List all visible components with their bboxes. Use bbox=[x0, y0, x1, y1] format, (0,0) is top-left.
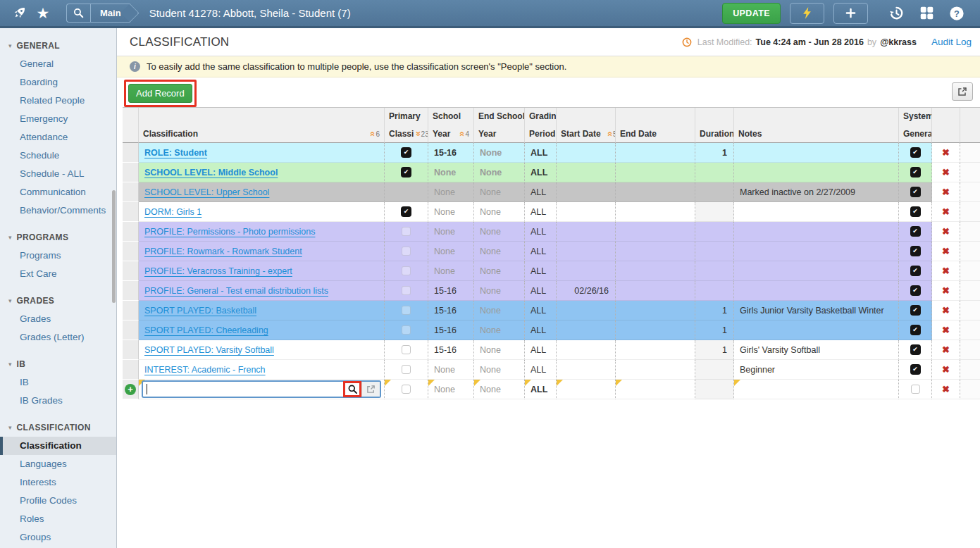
delete-record-button[interactable]: ✖ bbox=[942, 246, 950, 256]
sidebar-section-header-programs[interactable]: ▾PROGRAMS bbox=[0, 228, 116, 247]
classification-link[interactable]: SPORT PLAYED: Cheerleading bbox=[144, 325, 268, 335]
checkbox-unchecked[interactable] bbox=[402, 365, 411, 374]
column-header-classification[interactable]: Classification«6 bbox=[139, 108, 385, 143]
classification-link[interactable]: SPORT PLAYED: Basketball bbox=[144, 306, 256, 316]
classification-link[interactable]: PROFILE: Rowmark - Rowmark Student bbox=[144, 247, 302, 256]
column-header-school_year[interactable]: SchoolYear«4 bbox=[428, 108, 474, 143]
delete-record-button[interactable]: ✖ bbox=[942, 305, 950, 316]
delete-record-button[interactable]: ✖ bbox=[942, 206, 950, 217]
sidebar-section-header-classification[interactable]: ▾CLASSIFICATION bbox=[0, 418, 116, 437]
checkbox-checked[interactable]: ✔ bbox=[910, 206, 921, 217]
search-record-button[interactable] bbox=[347, 384, 358, 394]
sidebar-item-grades[interactable]: Grades bbox=[0, 310, 116, 328]
sidebar-item-ib-grades[interactable]: IB Grades bbox=[0, 392, 116, 410]
checkbox-unchecked[interactable] bbox=[402, 325, 411, 335]
sidebar-item-grades-letter-[interactable]: Grades (Letter) bbox=[0, 328, 116, 347]
checkbox-checked[interactable]: ✔ bbox=[910, 246, 921, 256]
sidebar-section-header-general[interactable]: ▾GENERAL bbox=[0, 37, 116, 55]
sidebar-item-profile-codes[interactable]: Profile Codes bbox=[0, 492, 116, 510]
checkbox-checked[interactable]: ✔ bbox=[910, 147, 921, 158]
checkbox-unchecked[interactable] bbox=[911, 385, 920, 394]
delete-record-button[interactable]: ✖ bbox=[942, 384, 950, 394]
help-icon[interactable]: ? bbox=[946, 3, 967, 24]
sidebar-section-header-ib[interactable]: ▾IB bbox=[0, 355, 116, 373]
sidebar-item-related-people[interactable]: Related People bbox=[0, 92, 116, 110]
checkbox-checked[interactable]: ✔ bbox=[910, 266, 921, 276]
checkbox-checked[interactable]: ✔ bbox=[401, 167, 411, 178]
column-header-end_date[interactable]: End Date bbox=[616, 108, 695, 143]
add-new-button[interactable] bbox=[833, 3, 868, 24]
delete-record-button[interactable]: ✖ bbox=[942, 325, 950, 335]
classification-link[interactable]: SPORT PLAYED: Varsity Softball bbox=[144, 345, 274, 355]
checkbox-checked[interactable]: ✔ bbox=[910, 285, 921, 296]
column-header-start_date[interactable]: Start Date«5 bbox=[557, 108, 616, 143]
checkbox-checked[interactable]: ✔ bbox=[910, 187, 921, 197]
checkbox-checked[interactable]: ✔ bbox=[910, 167, 921, 178]
delete-record-button[interactable]: ✖ bbox=[942, 147, 950, 158]
classification-link[interactable]: SCHOOL LEVEL: Upper School bbox=[144, 187, 269, 197]
checkbox-unchecked[interactable] bbox=[402, 385, 411, 394]
export-button[interactable] bbox=[952, 82, 973, 101]
rocket-icon[interactable] bbox=[7, 3, 31, 24]
column-header-spacer[interactable] bbox=[960, 108, 980, 143]
checkbox-checked[interactable]: ✔ bbox=[910, 226, 921, 237]
sidebar-item-schedule[interactable]: Schedule bbox=[0, 147, 116, 165]
checkbox-checked[interactable]: ✔ bbox=[401, 147, 411, 158]
sidebar-item-roles[interactable]: Roles bbox=[0, 510, 116, 528]
delete-record-button[interactable]: ✖ bbox=[942, 187, 950, 197]
sidebar-item-groups[interactable]: Groups bbox=[0, 528, 116, 547]
classification-link[interactable]: PROFILE: Permissions - Photo permissions bbox=[144, 227, 315, 237]
sidebar-item-communication[interactable]: Communication bbox=[0, 183, 116, 201]
checkbox-checked[interactable]: ✔ bbox=[910, 305, 921, 316]
apps-grid-icon[interactable] bbox=[916, 3, 937, 24]
classification-link[interactable]: DORM: Girls 1 bbox=[144, 207, 201, 217]
checkbox-unchecked[interactable] bbox=[402, 345, 411, 354]
sidebar-item-emergency[interactable]: Emergency bbox=[0, 110, 116, 128]
sidebar-item-classification[interactable]: Classification bbox=[0, 437, 116, 455]
checkbox-checked[interactable]: ✔ bbox=[910, 325, 921, 335]
open-record-button[interactable] bbox=[361, 382, 380, 397]
sidebar-item-general[interactable]: General bbox=[0, 55, 116, 73]
column-header-end_school_year[interactable]: End SchoolYear bbox=[474, 108, 525, 143]
checkbox-unchecked[interactable] bbox=[402, 266, 411, 275]
checkbox-unchecked[interactable] bbox=[402, 306, 411, 315]
delete-record-button[interactable]: ✖ bbox=[942, 266, 950, 276]
sidebar-item-languages[interactable]: Languages bbox=[0, 455, 116, 473]
column-header-primary[interactable]: PrimaryClassi«23 bbox=[385, 108, 428, 143]
sidebar-item-ib[interactable]: IB bbox=[0, 373, 116, 392]
checkbox-checked[interactable]: ✔ bbox=[401, 206, 411, 217]
sidebar-item-attendance[interactable]: Attendance bbox=[0, 128, 116, 147]
delete-record-button[interactable]: ✖ bbox=[942, 344, 950, 355]
delete-record-button[interactable]: ✖ bbox=[942, 167, 950, 178]
delete-record-button[interactable]: ✖ bbox=[942, 285, 950, 296]
classification-link[interactable]: ROLE: Student bbox=[144, 148, 207, 158]
column-header-gutter[interactable] bbox=[123, 108, 139, 143]
checkbox-unchecked[interactable] bbox=[402, 247, 411, 256]
add-record-button[interactable]: Add Record bbox=[128, 84, 192, 103]
delete-record-button[interactable]: ✖ bbox=[942, 364, 950, 375]
column-header-notes[interactable]: Notes bbox=[734, 108, 899, 143]
update-button[interactable]: UPDATE bbox=[722, 3, 781, 24]
classification-search-input[interactable] bbox=[143, 382, 343, 397]
column-header-delete[interactable] bbox=[932, 108, 960, 143]
sidebar-item-behavior-comments[interactable]: Behavior/Comments bbox=[0, 201, 116, 220]
classification-link[interactable]: SCHOOL LEVEL: Middle School bbox=[144, 168, 278, 178]
search-icon[interactable] bbox=[67, 4, 91, 22]
quick-actions-button[interactable] bbox=[790, 3, 824, 24]
classification-link[interactable]: INTEREST: Academic - French bbox=[144, 365, 266, 375]
sidebar-item-schedule-all[interactable]: Schedule - ALL bbox=[0, 165, 116, 183]
column-header-system_generated[interactable]: SystemGenera bbox=[899, 108, 932, 143]
column-header-duration[interactable]: Duration bbox=[695, 108, 734, 143]
sidebar-item-interests[interactable]: Interests bbox=[0, 473, 116, 492]
classification-link[interactable]: PROFILE: General - Test email distributi… bbox=[144, 286, 328, 296]
sidebar-item-ext-care[interactable]: Ext Care bbox=[0, 265, 116, 283]
add-row-icon[interactable]: + bbox=[125, 384, 136, 395]
checkbox-checked[interactable]: ✔ bbox=[910, 344, 921, 355]
sidebar-scrollbar[interactable] bbox=[112, 190, 116, 303]
checkbox-unchecked[interactable] bbox=[402, 286, 411, 295]
sidebar-item-boarding[interactable]: Boarding bbox=[0, 73, 116, 92]
audit-log-link[interactable]: Audit Log bbox=[931, 37, 972, 47]
checkbox-unchecked[interactable] bbox=[402, 227, 411, 236]
classification-link[interactable]: PROFILE: Veracross Training - expert bbox=[144, 266, 292, 276]
delete-record-button[interactable]: ✖ bbox=[942, 226, 950, 237]
